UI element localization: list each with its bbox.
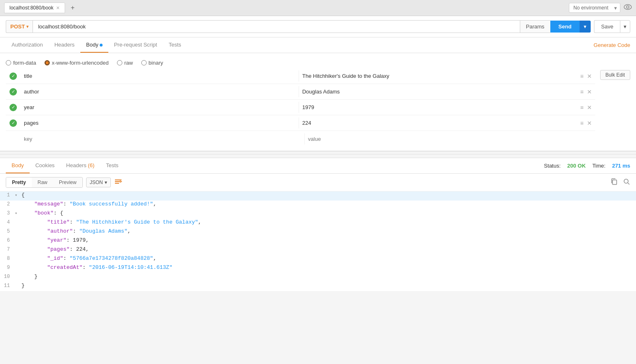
binary-option[interactable]: binary <box>141 60 163 66</box>
svg-point-0 <box>624 5 631 9</box>
response-header: Body Cookies Headers (6) Tests Status: 2… <box>0 158 636 174</box>
params-button[interactable]: Params <box>520 20 550 33</box>
current-tab[interactable]: localhost:8080/book ✕ <box>4 2 65 13</box>
format-type-label: JSON <box>90 180 103 185</box>
time-value: 271 ms <box>612 163 630 169</box>
res-tab-cookies[interactable]: Cookies <box>30 158 61 173</box>
row-actions-2: ≡ ✕ <box>577 89 595 95</box>
svg-point-1 <box>627 6 629 8</box>
value-input-4[interactable] <box>299 117 577 128</box>
svg-rect-5 <box>613 180 617 184</box>
wrap-lines-icon <box>114 178 122 185</box>
table-row: ✓ ≡ ✕ <box>6 68 595 84</box>
binary-radio[interactable] <box>141 60 147 65</box>
form-data-radio[interactable] <box>6 60 11 65</box>
raw-option[interactable]: raw <box>117 60 133 66</box>
delete-icon-2[interactable]: ✕ <box>587 89 592 95</box>
row-actions-1: ≡ ✕ <box>577 73 595 79</box>
x-www-radio[interactable] <box>44 60 50 65</box>
delete-icon-1[interactable]: ✕ <box>587 73 592 79</box>
table-row: ✓ ≡ ✕ <box>6 100 595 115</box>
row-check-3[interactable]: ✓ <box>6 104 21 111</box>
check-icon-4: ✓ <box>9 119 17 127</box>
check-icon-1: ✓ <box>9 72 17 80</box>
status-label: Status: <box>544 163 561 169</box>
format-selector[interactable]: JSON ▾ <box>86 177 111 187</box>
table-row: ✓ ≡ ✕ <box>6 115 595 131</box>
res-tab-tests[interactable]: Tests <box>100 158 124 173</box>
tab-authorization[interactable]: Authorization <box>6 37 49 53</box>
url-input[interactable] <box>33 20 519 33</box>
row-actions-3: ≡ ✕ <box>577 104 595 111</box>
code-line: 10 } <box>0 273 636 282</box>
check-icon-2: ✓ <box>9 88 17 96</box>
response-code-area: 1 ▾ { 2 "message": "Book successfully ad… <box>0 191 636 291</box>
request-tabs: Authorization Headers Body Pre-request S… <box>0 37 636 53</box>
key-input-1[interactable] <box>21 70 299 82</box>
preview-tab[interactable]: Preview <box>53 177 82 187</box>
value-input-5[interactable] <box>304 133 589 145</box>
eye-icon <box>624 4 632 10</box>
body-type-group: form-data x-www-form-urlencoded raw bina… <box>6 57 630 68</box>
code-line: 3 ▾ "book": { <box>0 210 636 219</box>
value-input-2[interactable] <box>299 86 577 97</box>
method-selector[interactable]: POST ▾ <box>6 20 33 33</box>
env-dropdown[interactable]: No environment <box>569 3 620 13</box>
svg-line-7 <box>628 183 629 184</box>
raw-radio[interactable] <box>117 60 122 65</box>
search-icon[interactable] <box>623 178 630 187</box>
form-rows: ✓ ≡ ✕ ✓ ≡ ✕ <box>6 68 595 147</box>
delete-icon-3[interactable]: ✕ <box>587 104 592 111</box>
copy-icon[interactable] <box>610 178 618 187</box>
eye-button[interactable] <box>624 4 632 12</box>
value-input-3[interactable] <box>299 102 577 113</box>
response-toolbar: Pretty Raw Preview JSON ▾ <box>0 174 636 191</box>
x-www-option[interactable]: x-www-form-urlencoded <box>44 60 109 66</box>
generate-code-link[interactable]: Generate Code <box>594 42 630 48</box>
res-actions <box>609 178 630 187</box>
save-button[interactable]: Save <box>594 20 620 33</box>
send-dropdown-button[interactable]: ▾ <box>580 21 591 33</box>
form-data-option[interactable]: form-data <box>6 60 36 66</box>
add-tab-button[interactable]: + <box>68 3 77 12</box>
wrap-icon[interactable] <box>114 178 122 187</box>
row-check-2[interactable]: ✓ <box>6 88 21 96</box>
send-button[interactable]: Send <box>550 21 580 33</box>
key-input-4[interactable] <box>21 117 299 128</box>
pretty-tab[interactable]: Pretty <box>6 177 32 187</box>
code-line: 2 "message": "Book successfully added!", <box>0 201 636 210</box>
code-line: 11 } <box>0 282 636 291</box>
tab-pre-request[interactable]: Pre-request Script <box>108 37 163 53</box>
key-input-2[interactable] <box>21 86 299 97</box>
res-tab-body[interactable]: Body <box>6 158 30 173</box>
drag-icon-1: ≡ <box>580 73 583 79</box>
env-wrapper: No environment <box>569 3 620 13</box>
bulk-edit-button[interactable]: Bulk Edit <box>600 70 630 80</box>
code-line: 7 "pages": 224, <box>0 246 636 255</box>
form-data-area: ✓ ≡ ✕ ✓ ≡ ✕ <box>6 68 630 147</box>
body-section: form-data x-www-form-urlencoded raw bina… <box>0 53 636 151</box>
save-dropdown-button[interactable]: ▾ <box>620 20 630 33</box>
res-tab-headers[interactable]: Headers (6) <box>61 158 101 173</box>
res-status-area: Status: 200 OK Time: 271 ms <box>544 163 630 169</box>
code-line: 6 "year": 1979, <box>0 237 636 246</box>
raw-tab[interactable]: Raw <box>32 177 53 187</box>
key-input-3[interactable] <box>21 102 299 113</box>
row-check-4[interactable]: ✓ <box>6 119 21 127</box>
delete-icon-4[interactable]: ✕ <box>587 120 592 126</box>
row-actions-4: ≡ ✕ <box>577 120 595 126</box>
tab-label: localhost:8080/book <box>9 5 54 11</box>
value-input-1[interactable] <box>299 70 577 82</box>
tab-headers[interactable]: Headers <box>49 37 80 53</box>
top-bar: localhost:8080/book ✕ + No environment <box>0 0 636 16</box>
key-input-5[interactable] <box>21 133 304 145</box>
row-check-1[interactable]: ✓ <box>6 72 21 80</box>
close-icon[interactable]: ✕ <box>56 5 60 11</box>
tab-body[interactable]: Body <box>80 37 108 53</box>
code-line: 9 "createdAt": "2016-06-19T14:10:41.613Z… <box>0 264 636 273</box>
code-line: 1 ▾ { <box>0 191 636 201</box>
table-row: ✓ ≡ ✕ <box>6 84 595 100</box>
tab-tests[interactable]: Tests <box>163 37 187 53</box>
env-selector: No environment <box>569 3 632 13</box>
raw-label: raw <box>124 60 133 66</box>
